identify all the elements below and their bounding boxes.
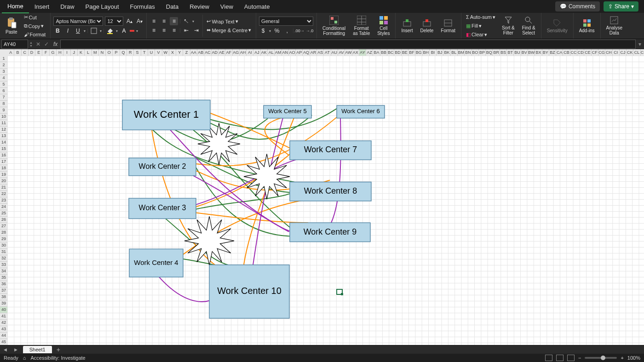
row-header[interactable]: 42 bbox=[0, 320, 7, 326]
col-header[interactable]: BT bbox=[507, 49, 514, 56]
namebox-spinner[interactable]: ▲▼ bbox=[29, 40, 34, 48]
italic-button[interactable]: I bbox=[63, 27, 72, 35]
col-header[interactable]: T bbox=[141, 49, 148, 56]
row-header[interactable]: 1 bbox=[0, 56, 7, 62]
col-header[interactable]: BO bbox=[472, 49, 479, 56]
col-header[interactable]: BK bbox=[443, 49, 450, 56]
row-header[interactable]: 28 bbox=[0, 230, 7, 236]
col-header[interactable]: C bbox=[22, 49, 29, 56]
col-header[interactable]: BV bbox=[521, 49, 528, 56]
accept-formula-button[interactable]: ✓ bbox=[42, 41, 51, 47]
col-header[interactable]: U bbox=[148, 49, 155, 56]
col-header[interactable]: BD bbox=[394, 49, 401, 56]
row-header[interactable]: 38 bbox=[0, 294, 7, 300]
col-header[interactable]: CL bbox=[633, 49, 640, 56]
col-header[interactable]: S bbox=[134, 49, 141, 56]
row-header[interactable]: 4 bbox=[0, 75, 7, 81]
zoom-level[interactable]: 100% bbox=[627, 355, 640, 361]
row-header[interactable]: 15 bbox=[0, 146, 7, 152]
col-header[interactable]: V bbox=[155, 49, 162, 56]
col-header[interactable]: AH bbox=[240, 49, 247, 56]
row-header[interactable]: 27 bbox=[0, 223, 7, 230]
spreadsheet-grid[interactable]: ABCDEFGHIJKLMNOPQRSTUVWXYZAAABACADAEAFAG… bbox=[0, 49, 644, 345]
page-layout-view-button[interactable] bbox=[556, 355, 564, 361]
align-right-button[interactable]: ≡ bbox=[170, 26, 178, 34]
normal-view-button[interactable] bbox=[545, 355, 552, 361]
row-header[interactable]: 39 bbox=[0, 300, 7, 307]
col-header[interactable]: AC bbox=[204, 49, 211, 56]
cell-styles-button[interactable]: Cell Styles bbox=[374, 15, 392, 37]
ribbon-tab-page-layout[interactable]: Page Layout bbox=[80, 0, 125, 13]
row-header[interactable]: 32 bbox=[0, 255, 7, 262]
zoom-slider[interactable] bbox=[585, 357, 617, 359]
align-left-button[interactable]: ≡ bbox=[150, 26, 158, 34]
comments-button[interactable]: 💬 Comments bbox=[555, 1, 600, 11]
copy-button[interactable]: ⧉Copy ▾ bbox=[22, 22, 48, 30]
row-header[interactable]: 23 bbox=[0, 197, 7, 204]
col-header[interactable]: O bbox=[106, 49, 113, 56]
increase-decimal-button[interactable]: .00→ bbox=[295, 27, 304, 35]
col-header[interactable]: D bbox=[29, 49, 35, 56]
row-header[interactable]: 33 bbox=[0, 262, 7, 268]
row-header[interactable]: 6 bbox=[0, 88, 7, 94]
col-header[interactable]: CC bbox=[570, 49, 577, 56]
col-header[interactable]: AX bbox=[352, 49, 359, 56]
col-header[interactable]: AD bbox=[212, 49, 218, 56]
col-header[interactable]: E bbox=[35, 49, 42, 56]
status-accessibility[interactable]: Accessibility: Investigate bbox=[30, 355, 85, 361]
col-header[interactable]: CG bbox=[598, 49, 605, 56]
connector-curve[interactable] bbox=[331, 118, 341, 223]
shapes-layer[interactable]: Work Center 1Work Center 2Work Center 3W… bbox=[7, 56, 644, 345]
row-header[interactable]: 20 bbox=[0, 178, 7, 184]
col-header[interactable]: AW bbox=[345, 49, 352, 56]
ribbon-tab-draw[interactable]: Draw bbox=[55, 0, 80, 13]
row-header[interactable]: 16 bbox=[0, 152, 7, 159]
row-header[interactable]: 11 bbox=[0, 120, 7, 126]
col-header[interactable]: BR bbox=[493, 49, 500, 56]
add-sheet-button[interactable]: + bbox=[52, 346, 65, 353]
col-header[interactable]: J bbox=[71, 49, 78, 56]
col-header[interactable]: AS bbox=[317, 49, 324, 56]
ribbon-tab-home[interactable]: Home bbox=[2, 0, 29, 13]
sensitivity-button[interactable]: Sensitivity bbox=[544, 18, 570, 34]
row-header[interactable]: 25 bbox=[0, 210, 7, 217]
row-header[interactable]: 41 bbox=[0, 313, 7, 320]
decrease-font-button[interactable]: A▾ bbox=[135, 17, 144, 25]
zoom-in-button[interactable]: + bbox=[621, 355, 623, 361]
select-all-corner[interactable] bbox=[0, 49, 8, 56]
row-header[interactable]: 8 bbox=[0, 101, 7, 107]
find-select-button[interactable]: Find & Select bbox=[519, 15, 538, 36]
col-header[interactable]: AL bbox=[268, 49, 275, 56]
row-header[interactable]: 5 bbox=[0, 81, 7, 88]
sheet-tab-active[interactable]: Sheet1 bbox=[23, 346, 52, 353]
col-header[interactable]: A bbox=[7, 49, 14, 56]
row-header[interactable]: 7 bbox=[0, 94, 7, 101]
decrease-indent-button[interactable]: ⇤ bbox=[182, 26, 190, 34]
analyse-data-button[interactable]: Analyse Data bbox=[604, 15, 626, 36]
col-header[interactable]: CD bbox=[577, 49, 584, 56]
col-header[interactable]: CI bbox=[613, 49, 620, 56]
col-header[interactable]: W bbox=[162, 49, 169, 56]
increase-font-button[interactable]: A▴ bbox=[125, 17, 133, 25]
col-header[interactable]: BG bbox=[415, 49, 422, 56]
row-header[interactable]: 17 bbox=[0, 159, 7, 165]
row-header[interactable]: 37 bbox=[0, 287, 7, 294]
col-header[interactable]: N bbox=[99, 49, 106, 56]
col-header[interactable]: AQ bbox=[303, 49, 310, 56]
row-header[interactable]: 24 bbox=[0, 204, 7, 210]
row-header[interactable]: 29 bbox=[0, 236, 7, 242]
col-header[interactable]: AK bbox=[261, 49, 268, 56]
col-header[interactable]: AR bbox=[310, 49, 317, 56]
connector-curve[interactable] bbox=[196, 192, 294, 209]
borders-button[interactable] bbox=[90, 27, 98, 35]
active-cell[interactable] bbox=[336, 289, 343, 295]
col-header[interactable]: CK bbox=[627, 49, 633, 56]
autosum-button[interactable]: ΣAuto-sum ▾ bbox=[464, 13, 497, 21]
col-header[interactable]: AJ bbox=[253, 49, 260, 56]
ribbon-tab-formulas[interactable]: Formulas bbox=[125, 0, 161, 13]
ribbon-tab-review[interactable]: Review bbox=[184, 0, 215, 13]
row-header[interactable]: 35 bbox=[0, 275, 7, 281]
row-header[interactable]: 30 bbox=[0, 242, 7, 249]
col-header[interactable]: BA bbox=[373, 49, 380, 56]
number-format-select[interactable]: General bbox=[259, 17, 313, 26]
